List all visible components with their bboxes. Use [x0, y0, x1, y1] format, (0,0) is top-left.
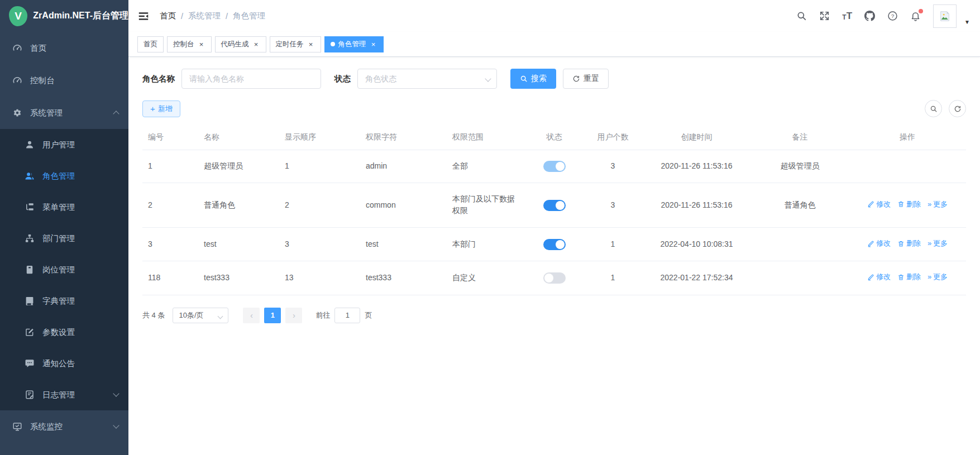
- breadcrumb-system[interactable]: 系统管理: [188, 11, 221, 21]
- sidebar-item-label: 部门管理: [42, 233, 75, 244]
- close-icon[interactable]: ×: [252, 40, 260, 48]
- delete-link[interactable]: 删除: [897, 238, 921, 249]
- col-remark: 备注: [751, 126, 849, 150]
- col-order: 显示顺序: [279, 126, 360, 150]
- more-link[interactable]: »更多: [928, 238, 948, 249]
- sidebar-item-notices[interactable]: 通知公告: [0, 348, 128, 379]
- edit-link[interactable]: 修改: [867, 199, 891, 210]
- status-switch[interactable]: [543, 200, 566, 211]
- pen-icon: [867, 200, 874, 208]
- cell-order: 13: [279, 261, 360, 295]
- search-icon[interactable]: [796, 11, 807, 21]
- sidebar-item-parameters[interactable]: 参数设置: [0, 317, 128, 348]
- sidebar-item-dictionary[interactable]: 字典管理: [0, 285, 128, 317]
- svg-text:?: ?: [891, 13, 895, 19]
- chevron-up-icon: [113, 111, 119, 117]
- cell-id: 1: [142, 150, 198, 183]
- sidebar-item-console[interactable]: 控制台: [0, 64, 128, 97]
- roles-table: 编号 名称 显示顺序 权限字符 权限范围 状态 用户个数 创建时间 备注 操作: [142, 126, 966, 295]
- close-icon[interactable]: ×: [307, 40, 315, 48]
- edit-square-icon: [25, 327, 35, 337]
- cell-name: test333: [198, 261, 279, 295]
- show-search-button[interactable]: [925, 100, 942, 117]
- col-status: 状态: [525, 126, 584, 150]
- refresh-table-button[interactable]: [949, 100, 966, 117]
- dropdown-caret-icon[interactable]: ▼: [964, 19, 970, 25]
- comment-icon: [25, 358, 35, 368]
- logo-row[interactable]: V ZrAdmin.NET-后台管理: [0, 0, 128, 32]
- sidebar-item-monitor[interactable]: 系统监控: [0, 410, 128, 443]
- sidebar-item-label: 角色管理: [42, 171, 75, 181]
- app-layout: V ZrAdmin.NET-后台管理 首页 控制台 系统管理: [0, 0, 980, 455]
- next-page-button[interactable]: ›: [285, 308, 302, 323]
- chevron-down-icon: [113, 422, 119, 428]
- tab-codegen[interactable]: 代码生成 ×: [215, 36, 266, 52]
- trash-icon: [897, 200, 905, 208]
- cell-id: 118: [142, 261, 198, 295]
- goto-page-input[interactable]: [334, 308, 360, 323]
- cell-order: 1: [279, 150, 360, 183]
- delete-link[interactable]: 删除: [897, 271, 921, 282]
- top-header: 首页 / 系统管理 / 角色管理 TT ?: [128, 0, 980, 32]
- status-switch[interactable]: [543, 161, 566, 172]
- sidebar-item-users[interactable]: 用户管理: [0, 129, 128, 160]
- role-name-field: [181, 69, 321, 89]
- fullscreen-icon[interactable]: [819, 11, 830, 21]
- bell-icon[interactable]: [910, 11, 921, 21]
- close-icon[interactable]: ×: [198, 40, 205, 48]
- help-icon[interactable]: ?: [887, 11, 898, 21]
- sidebar-item-home[interactable]: 首页: [0, 32, 128, 64]
- user-icon: [25, 140, 35, 150]
- edit-link[interactable]: 修改: [867, 238, 891, 249]
- cell-users: 1: [584, 261, 642, 295]
- avatar[interactable]: [933, 4, 957, 28]
- edit-link[interactable]: 修改: [867, 271, 891, 282]
- prev-page-button[interactable]: ‹: [243, 308, 260, 323]
- tab-console[interactable]: 控制台 ×: [167, 36, 212, 52]
- cell-created: 2022-01-22 17:52:34: [642, 261, 751, 295]
- page-size-select[interactable]: 10条/页: [173, 308, 228, 323]
- chevron-down-icon: [113, 390, 119, 396]
- sidebar-item-logs[interactable]: 日志管理: [0, 379, 128, 410]
- tab-roles[interactable]: 角色管理 ×: [324, 36, 384, 52]
- cell-perm: test333: [360, 261, 447, 295]
- sidebar-item-system[interactable]: 系统管理: [0, 97, 128, 129]
- tab-scheduled-tasks[interactable]: 定时任务 ×: [270, 36, 321, 52]
- pagination: 共 4 条 10条/页 ‹ 1 › 前往 页: [142, 308, 966, 323]
- trash-icon: [897, 274, 905, 281]
- font-size-icon[interactable]: TT: [842, 11, 852, 21]
- cell-scope: 全部: [447, 150, 525, 183]
- breadcrumb-current: 角色管理: [233, 11, 265, 21]
- delete-link[interactable]: 删除: [897, 199, 921, 210]
- tab-label: 代码生成: [221, 40, 249, 49]
- sitemap-icon: [25, 233, 35, 243]
- add-button[interactable]: + 新增: [142, 100, 180, 117]
- more-link[interactable]: »更多: [928, 199, 948, 210]
- tab-home[interactable]: 首页: [137, 36, 164, 52]
- pen-icon: [867, 240, 874, 247]
- status-switch[interactable]: [543, 272, 566, 284]
- chevron-down-icon: [218, 313, 223, 319]
- status-label: 状态: [334, 74, 351, 84]
- github-icon[interactable]: [864, 11, 875, 21]
- sidebar-fold-icon[interactable]: [137, 10, 150, 22]
- role-name-input[interactable]: [181, 69, 321, 89]
- table-row: 2 普通角色 2 common 本部门及以下数据权限 3 2020-11-26 …: [142, 183, 966, 227]
- cell-created: 2020-11-26 11:53:16: [642, 150, 751, 183]
- sidebar-item-roles[interactable]: 角色管理: [0, 160, 128, 191]
- close-icon[interactable]: ×: [370, 40, 377, 48]
- main-area: 首页 / 系统管理 / 角色管理 TT ?: [128, 0, 980, 455]
- status-select-input[interactable]: [357, 69, 497, 89]
- breadcrumb-home[interactable]: 首页: [160, 11, 176, 21]
- sidebar-item-posts[interactable]: 岗位管理: [0, 254, 128, 285]
- cell-scope: 自定义: [447, 261, 525, 295]
- more-link[interactable]: »更多: [928, 271, 948, 282]
- page-number-1[interactable]: 1: [264, 308, 281, 323]
- search-button[interactable]: 搜索: [510, 69, 556, 89]
- sidebar-item-departments[interactable]: 部门管理: [0, 223, 128, 254]
- status-switch[interactable]: [543, 239, 566, 250]
- sidebar-item-menus[interactable]: 菜单管理: [0, 191, 128, 223]
- goto-page: 前往 页: [315, 308, 372, 323]
- cell-perm: test: [360, 228, 447, 261]
- reset-button[interactable]: 重置: [563, 69, 609, 89]
